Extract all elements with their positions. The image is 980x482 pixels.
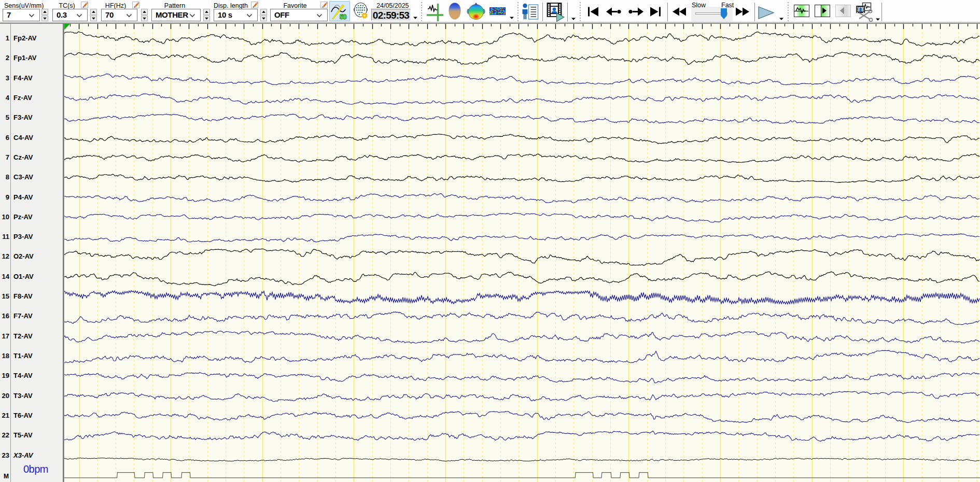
svg-text:50: 50 bbox=[340, 13, 346, 21]
